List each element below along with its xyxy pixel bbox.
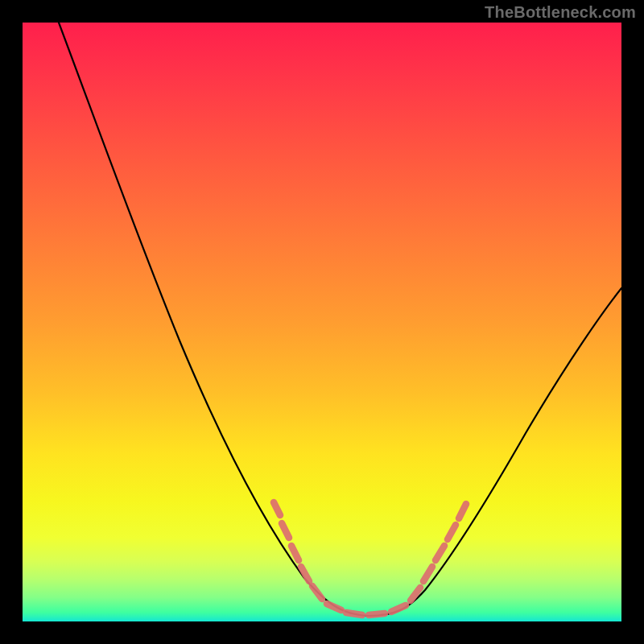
- dash-left-3: [291, 546, 299, 560]
- dash-right-3: [436, 546, 444, 560]
- dash-trough-4: [391, 605, 406, 612]
- bottleneck-curve: [59, 23, 621, 616]
- dash-right-2: [423, 567, 432, 581]
- dash-left-5: [312, 586, 322, 599]
- curve-layer: [23, 23, 621, 621]
- dash-right-5: [459, 504, 466, 518]
- watermark-text: TheBottleneck.com: [485, 3, 636, 22]
- dash-left-4: [301, 567, 309, 581]
- dash-right-4: [448, 525, 456, 539]
- dash-left-1: [274, 502, 280, 515]
- dash-left-2: [282, 523, 289, 538]
- dash-trough-3: [369, 613, 385, 615]
- plot-area: [23, 23, 621, 621]
- dash-right-1: [411, 588, 420, 601]
- dash-trough-2: [346, 613, 362, 615]
- chart-root: TheBottleneck.com: [0, 0, 644, 644]
- dash-trough-1: [327, 604, 341, 610]
